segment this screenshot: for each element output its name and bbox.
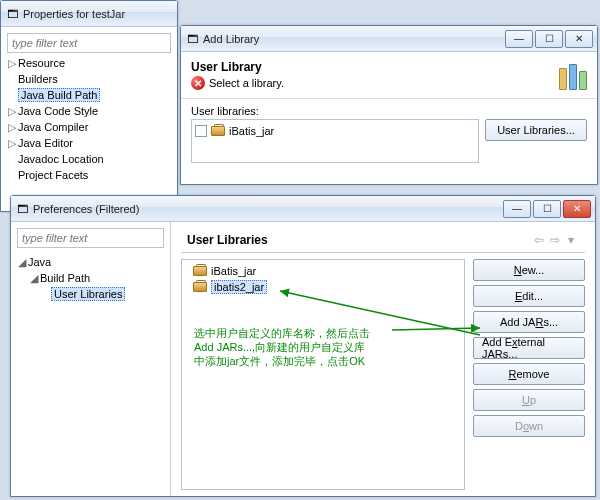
nav-fwd-icon[interactable]: ⇨ xyxy=(547,232,563,248)
tree-label: Java xyxy=(28,256,51,268)
error-icon: ✕ xyxy=(191,76,205,90)
addlib-listbox[interactable]: iBatis_jar xyxy=(191,119,479,163)
addlib-header: User Library ✕ Select a library. xyxy=(181,52,597,99)
tree-label-selected: Java Build Path xyxy=(18,88,100,102)
btn-label: Remove xyxy=(509,368,550,380)
collapse-icon[interactable]: ◢ xyxy=(29,272,38,285)
nav-back-icon[interactable]: ⇦ xyxy=(531,232,547,248)
tree-item-javadoc[interactable]: Javadoc Location xyxy=(7,151,171,167)
tree-label: Java Code Style xyxy=(18,105,98,117)
expand-icon[interactable]: ▷ xyxy=(7,137,16,150)
window-buttons: — ☐ ✕ xyxy=(503,30,593,48)
tree-item-codestyle[interactable]: ▷Java Code Style xyxy=(7,103,171,119)
prefs-listbox[interactable]: iBatis_jar ibatis2_jar 选中用户自定义的库名称，然后点击 … xyxy=(181,259,465,490)
checkbox[interactable] xyxy=(195,125,207,137)
expand-icon[interactable]: ▷ xyxy=(7,105,16,118)
properties-filter-input[interactable] xyxy=(7,33,171,53)
tree-item-userlib[interactable]: User Libraries xyxy=(17,286,164,302)
down-button[interactable]: Down xyxy=(473,415,585,437)
close-button[interactable]: ✕ xyxy=(565,30,593,48)
tree-label: Resource xyxy=(18,57,65,69)
prefs-titlebar[interactable]: 🗔 Preferences (Filtered) — ☐ ✕ xyxy=(11,196,595,222)
tree-item-builders[interactable]: Builders xyxy=(7,71,171,87)
tree-item-resource[interactable]: ▷Resource xyxy=(7,55,171,71)
maximize-button[interactable]: ☐ xyxy=(533,200,561,218)
maximize-button[interactable]: ☐ xyxy=(535,30,563,48)
addlib-heading: User Library xyxy=(191,60,551,74)
tree-label: Javadoc Location xyxy=(18,153,104,165)
btn-label: Edit... xyxy=(515,290,543,302)
add-jars-button[interactable]: Add JARs... xyxy=(473,311,585,333)
window-icon: 🗔 xyxy=(185,32,199,46)
prefs-pane-header: User Libraries ⇦ ⇨ ▾ xyxy=(181,228,585,253)
tree-item-editor[interactable]: ▷Java Editor xyxy=(7,135,171,151)
tree-label-selected: User Libraries xyxy=(51,287,125,301)
properties-title: Properties for testJar xyxy=(23,8,173,20)
tree-item-compiler[interactable]: ▷Java Compiler xyxy=(7,119,171,135)
jar-icon xyxy=(193,282,207,292)
tree-label: Project Facets xyxy=(18,169,88,181)
prefs-side-buttons: New... Edit... Add JARs... Add External … xyxy=(473,259,585,490)
minimize-button[interactable]: — xyxy=(505,30,533,48)
addlib-window: 🗔 Add Library — ☐ ✕ User Library ✕ Selec… xyxy=(180,25,598,185)
close-button[interactable]: ✕ xyxy=(563,200,591,218)
tree-label: Builders xyxy=(18,73,58,85)
tree-label: Build Path xyxy=(40,272,90,284)
expand-icon[interactable]: ▷ xyxy=(7,121,16,134)
addlib-item-ibatis[interactable]: iBatis_jar xyxy=(195,123,475,139)
addlib-title: Add Library xyxy=(203,33,503,45)
minimize-button[interactable]: — xyxy=(503,200,531,218)
prefs-body: ◢Java ◢Build Path User Libraries User Li… xyxy=(11,222,595,496)
annotation-text: 选中用户自定义的库名称，然后点击 Add JARs...,向新建的用户自定义库 … xyxy=(194,326,370,368)
window-icon: 🗔 xyxy=(15,202,29,216)
btn-label: User Libraries... xyxy=(497,124,575,136)
properties-tree: ▷Resource Builders Java Build Path ▷Java… xyxy=(7,53,171,185)
prefs-heading: User Libraries xyxy=(187,233,531,247)
tree-label: Java Compiler xyxy=(18,121,88,133)
tree-item-facets[interactable]: Project Facets xyxy=(7,167,171,183)
nav-menu-icon[interactable]: ▾ xyxy=(563,232,579,248)
jar-icon xyxy=(211,126,225,136)
prefs-item-label-selected: ibatis2_jar xyxy=(211,280,267,294)
btn-label: New... xyxy=(514,264,545,276)
prefs-tree: ◢Java ◢Build Path User Libraries xyxy=(17,252,164,304)
properties-window: 🗔 Properties for testJar ▷Resource Build… xyxy=(0,0,178,212)
prefs-window: 🗔 Preferences (Filtered) — ☐ ✕ ◢Java ◢Bu… xyxy=(10,195,596,497)
edit-button[interactable]: Edit... xyxy=(473,285,585,307)
prefs-item-label: iBatis_jar xyxy=(211,265,256,277)
tree-item-buildpath[interactable]: ◢Build Path xyxy=(17,270,164,286)
window-buttons: — ☐ ✕ xyxy=(501,200,591,218)
new-button[interactable]: New... xyxy=(473,259,585,281)
window-icon: 🗔 xyxy=(5,7,19,21)
addlib-error-text: Select a library. xyxy=(209,77,284,89)
btn-label: Add JARs... xyxy=(500,316,558,328)
library-books-icon xyxy=(551,60,587,90)
prefs-item-ibatis2[interactable]: ibatis2_jar xyxy=(185,279,461,295)
properties-body: ▷Resource Builders Java Build Path ▷Java… xyxy=(1,27,177,191)
prefs-item-ibatis[interactable]: iBatis_jar xyxy=(185,263,461,279)
prefs-sidebar: ◢Java ◢Build Path User Libraries xyxy=(11,222,171,496)
add-external-jars-button[interactable]: Add External JARs... xyxy=(473,337,585,359)
expand-icon[interactable]: ▷ xyxy=(7,57,16,70)
remove-button[interactable]: Remove xyxy=(473,363,585,385)
prefs-filter-input[interactable] xyxy=(17,228,164,248)
prefs-main: User Libraries ⇦ ⇨ ▾ iBatis_jar ibatis2_… xyxy=(171,222,595,496)
properties-titlebar[interactable]: 🗔 Properties for testJar xyxy=(1,1,177,27)
btn-label: Down xyxy=(515,420,543,432)
tree-item-javabuild[interactable]: Java Build Path xyxy=(7,87,171,103)
btn-label: Up xyxy=(522,394,536,406)
user-libraries-button[interactable]: User Libraries... xyxy=(485,119,587,141)
collapse-icon[interactable]: ◢ xyxy=(17,256,26,269)
up-button[interactable]: Up xyxy=(473,389,585,411)
tree-label: Java Editor xyxy=(18,137,73,149)
jar-icon xyxy=(193,266,207,276)
addlib-body: User libraries: iBatis_jar User Librarie… xyxy=(181,99,597,169)
prefs-title: Preferences (Filtered) xyxy=(33,203,501,215)
addlib-item-label: iBatis_jar xyxy=(229,125,274,137)
addlib-list-label: User libraries: xyxy=(191,105,587,117)
btn-label: Add External JARs... xyxy=(482,336,576,360)
addlib-titlebar[interactable]: 🗔 Add Library — ☐ ✕ xyxy=(181,26,597,52)
tree-item-java[interactable]: ◢Java xyxy=(17,254,164,270)
